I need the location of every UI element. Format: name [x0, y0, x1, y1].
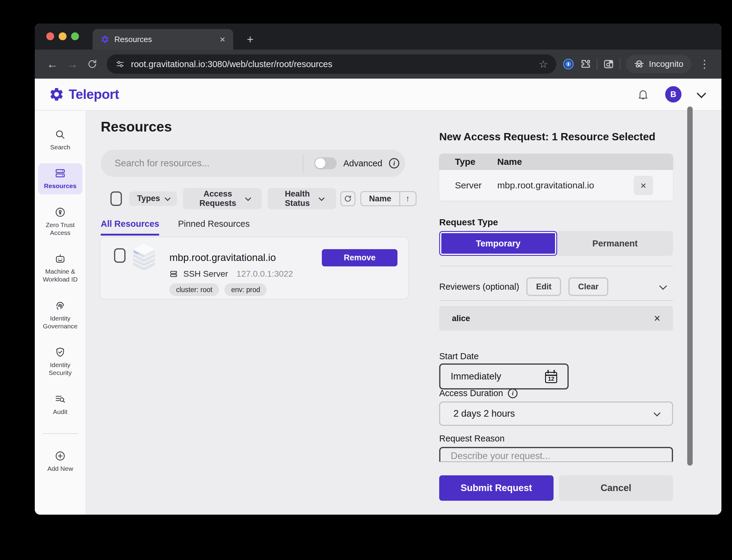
resource-address: 127.0.0.1:3022	[236, 269, 293, 279]
select-all-checkbox[interactable]	[110, 191, 122, 206]
collapse-chevron-icon[interactable]	[659, 282, 667, 290]
access-duration-label: Access Duration	[439, 388, 503, 398]
sidebar-item-add-new[interactable]: Add New	[38, 446, 82, 477]
extensions-icon[interactable]	[580, 58, 591, 70]
teleport-logo-icon	[49, 86, 64, 102]
reviewers-row: Reviewers (optional) Edit Clear	[439, 276, 673, 297]
fingerprint-icon	[54, 300, 66, 311]
app-header: Teleport B	[35, 79, 721, 111]
add-plus-icon	[54, 450, 66, 462]
scrollbar-thumb[interactable]	[687, 106, 693, 466]
new-tab-button[interactable]: +	[243, 33, 257, 46]
filter-toolbar: Types Access Requests Health Status	[110, 186, 417, 212]
selected-resources-table: Type Name Server mbp.root.gravitational.…	[439, 154, 673, 201]
incognito-badge: Incognito	[626, 55, 691, 73]
advanced-toggle[interactable]	[314, 157, 337, 169]
request-reason-textarea[interactable]	[439, 447, 673, 462]
url-text[interactable]: root.gravitational.io:3080/web/cluster/r…	[131, 59, 533, 69]
close-window-button[interactable]	[46, 32, 54, 40]
forward-icon[interactable]: →	[64, 56, 81, 73]
search-input[interactable]	[101, 150, 303, 177]
back-icon[interactable]: ←	[44, 56, 61, 73]
server-stack-3d-icon	[132, 244, 156, 274]
browser-window: Resources × + ← → root.gravitational.io:…	[35, 24, 721, 515]
access-duration-select[interactable]: 2 days 2 hours	[439, 402, 673, 426]
resource-meta: SSH Server 127.0.0.1:3022	[169, 269, 293, 279]
sidebar-item-zero-trust-access[interactable]: Zero Trust Access	[38, 202, 82, 241]
sidebar-item-resources[interactable]: Resources	[38, 163, 82, 194]
type-column-header: Type	[455, 157, 497, 167]
chevron-down-icon	[164, 195, 171, 201]
tab-title: Resources	[114, 35, 215, 44]
temporary-button[interactable]: Temporary	[439, 231, 557, 256]
resource-checkbox[interactable]	[114, 248, 125, 263]
tab-close-icon[interactable]: ×	[219, 34, 225, 44]
address-bar[interactable]: root.gravitational.io:3080/web/cluster/r…	[107, 54, 556, 74]
remove-row-button[interactable]: ×	[634, 176, 653, 195]
sidebar-item-search[interactable]: Search	[38, 125, 82, 155]
access-requests-filter-button[interactable]: Access Requests	[183, 188, 262, 209]
request-reason-label: Request Reason	[439, 434, 505, 444]
remove-resource-button[interactable]: Remove	[322, 249, 398, 266]
minimize-window-button[interactable]	[59, 32, 67, 40]
cancel-button[interactable]: Cancel	[559, 475, 673, 501]
label-pill[interactable]: env: prod	[224, 283, 267, 296]
refresh-button[interactable]	[340, 191, 355, 206]
browser-tab-resources[interactable]: Resources ×	[93, 29, 233, 50]
teleport-logo[interactable]: Teleport	[49, 86, 119, 102]
start-date-input[interactable]: Immediately 12	[439, 363, 569, 389]
reviewer-item: alice ×	[439, 306, 673, 331]
request-panel-title: New Access Request: 1 Resource Selected	[439, 131, 656, 143]
bookmark-star-icon[interactable]: ☆	[539, 58, 548, 70]
permanent-button[interactable]: Permanent	[557, 231, 673, 256]
advanced-search-area: Advanced	[303, 154, 405, 173]
sort-ascending-icon[interactable]: ↑	[399, 192, 416, 205]
server-icon	[169, 270, 178, 278]
browser-menu-icon[interactable]: ⋮	[697, 58, 712, 70]
remove-reviewer-icon[interactable]: ×	[654, 312, 660, 325]
onepassword-extension-icon[interactable]	[562, 58, 574, 70]
side-panel-search-icon[interactable]	[603, 58, 614, 70]
sidebar-item-identity-governance[interactable]: Identity Governance	[38, 296, 82, 335]
audit-log-icon	[54, 393, 66, 405]
resource-name[interactable]: mbp.root.gravitational.io	[169, 252, 276, 263]
browser-toolbar: ← → root.gravitational.io:3080/web/clust…	[35, 50, 721, 79]
refresh-icon	[343, 194, 352, 203]
site-settings-icon[interactable]	[115, 59, 125, 69]
toolbar-divider	[620, 58, 620, 70]
label-pill[interactable]: cluster: root	[169, 283, 219, 296]
zoom-window-button[interactable]	[71, 32, 79, 40]
table-row: Server mbp.root.gravitational.io ×	[439, 170, 673, 201]
edit-reviewers-button[interactable]: Edit	[526, 277, 561, 296]
notifications-bell-icon[interactable]	[637, 88, 649, 101]
tab-all-resources[interactable]: All Resources	[101, 219, 159, 236]
start-date-label: Start Date	[439, 351, 479, 361]
tab-pinned-resources[interactable]: Pinned Resources	[178, 219, 249, 234]
calendar-icon[interactable]: 12	[545, 370, 557, 383]
info-icon[interactable]	[508, 389, 518, 398]
sidebar-item-identity-security[interactable]: Identity Security	[38, 342, 82, 381]
submit-request-button[interactable]: Submit Request	[439, 475, 554, 501]
reviewers-label: Reviewers (optional)	[439, 282, 519, 292]
resource-tabs: All Resources Pinned Resources	[101, 219, 249, 236]
access-duration-label-row: Access Duration	[439, 388, 518, 398]
servers-icon	[54, 168, 66, 179]
user-avatar[interactable]: B	[665, 86, 682, 103]
reload-icon[interactable]	[84, 56, 101, 73]
account-chevron-down-icon[interactable]	[697, 89, 706, 98]
start-date-value: Immediately	[451, 371, 545, 382]
sort-by-name-button[interactable]: Name ↑	[360, 191, 417, 206]
info-icon[interactable]	[389, 158, 399, 168]
request-type-label: Request Type	[439, 217, 498, 227]
sidebar-item-audit[interactable]: Audit	[38, 389, 82, 420]
types-filter-button[interactable]: Types	[129, 191, 177, 206]
zero-trust-access-icon	[54, 207, 66, 218]
sidebar-item-machine-workload-id[interactable]: Machine & Workload ID	[38, 249, 82, 288]
chevron-down-icon	[654, 410, 661, 417]
clear-reviewers-button[interactable]: Clear	[568, 277, 608, 296]
resource-labels: cluster: root env: prod	[169, 283, 267, 296]
search-icon	[54, 129, 66, 140]
app-body: Search Resources Zero Trust Access Machi…	[35, 111, 721, 515]
request-type-segmented: Temporary Permanent	[439, 231, 673, 256]
health-status-filter-button[interactable]: Health Status	[268, 188, 336, 209]
